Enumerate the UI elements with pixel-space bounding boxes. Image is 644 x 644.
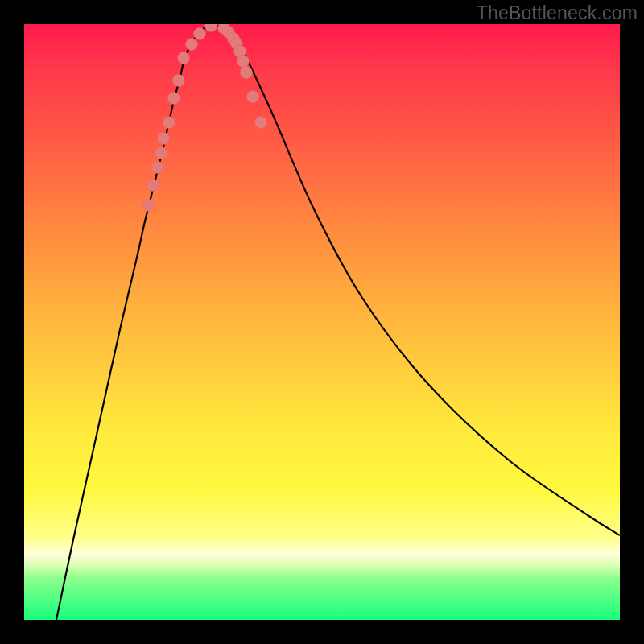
marker-point	[178, 52, 190, 64]
marker-point	[205, 24, 217, 32]
marker-point	[186, 39, 198, 51]
marker-point	[255, 117, 267, 129]
marker-point	[147, 180, 159, 192]
marker-point	[173, 75, 185, 87]
marker-point	[158, 133, 170, 145]
marker-point	[194, 28, 206, 40]
marker-point	[168, 93, 180, 105]
marker-point	[237, 56, 250, 68]
curve-svg	[24, 24, 620, 620]
marker-point	[163, 117, 175, 129]
watermark-text: TheBottleneck.com	[477, 2, 638, 24]
marker-point	[143, 200, 155, 212]
marker-point	[247, 91, 259, 103]
highlight-markers	[143, 24, 267, 212]
bottleneck-curve	[56, 26, 620, 620]
marker-point	[241, 67, 253, 79]
marker-point	[152, 162, 164, 174]
plot-area	[24, 24, 620, 620]
chart-frame: TheBottleneck.com	[0, 0, 644, 644]
marker-point	[155, 147, 167, 159]
